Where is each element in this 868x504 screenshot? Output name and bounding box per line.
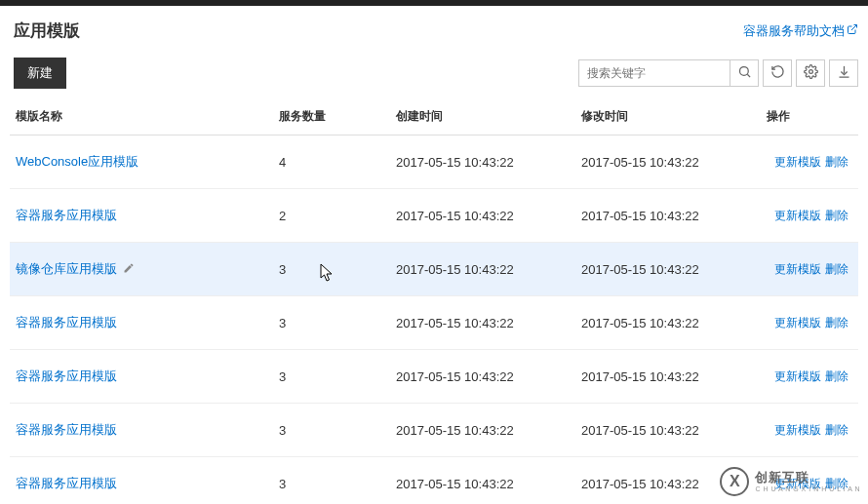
page-title: 应用模版 (10, 19, 80, 42)
col-modified: 修改时间 (575, 98, 761, 136)
service-count: 4 (273, 136, 390, 189)
created-time: 2017-05-15 10:43:22 (390, 404, 575, 457)
svg-point-3 (809, 70, 812, 74)
service-count: 2 (273, 189, 390, 243)
refresh-button[interactable] (763, 59, 792, 87)
page-header: 应用模版 容器服务帮助文档 (10, 6, 858, 54)
delete-link[interactable]: 删除 (825, 369, 848, 383)
watermark-en: C H U A N G X I N H U L I A N (755, 485, 860, 493)
update-link[interactable]: 更新模版 (774, 423, 821, 437)
search-icon (737, 64, 752, 82)
help-link[interactable]: 容器服务帮助文档 (743, 22, 858, 40)
modified-time: 2017-05-15 10:43:22 (575, 350, 761, 404)
created-time: 2017-05-15 10:43:22 (390, 296, 575, 350)
template-name-link[interactable]: 容器服务应用模版 (16, 421, 117, 439)
watermark: X 创新互联 C H U A N G X I N H U L I A N (720, 467, 860, 496)
template-name-link[interactable]: 容器服务应用模版 (16, 207, 117, 224)
update-link[interactable]: 更新模版 (774, 369, 821, 383)
table-row: 容器服务应用模版32017-05-15 10:43:222017-05-15 1… (10, 350, 858, 404)
template-name-link[interactable]: 镜像仓库应用模版 (16, 260, 117, 278)
modified-time: 2017-05-15 10:43:22 (575, 189, 761, 243)
svg-line-2 (747, 74, 750, 77)
toolbar: 新建 (10, 54, 858, 98)
update-link[interactable]: 更新模版 (774, 316, 821, 330)
created-time: 2017-05-15 10:43:22 (390, 350, 575, 404)
watermark-logo-icon: X (720, 467, 749, 496)
search-button[interactable] (730, 59, 759, 87)
svg-point-1 (739, 67, 748, 76)
created-time: 2017-05-15 10:43:22 (390, 136, 575, 189)
created-time: 2017-05-15 10:43:22 (390, 457, 575, 505)
update-link[interactable]: 更新模版 (774, 155, 821, 169)
download-icon (837, 64, 851, 82)
gear-icon (804, 64, 818, 82)
template-name-link[interactable]: 容器服务应用模版 (16, 368, 117, 385)
modified-time: 2017-05-15 10:43:22 (575, 243, 761, 296)
col-svc: 服务数量 (273, 98, 390, 136)
svg-line-0 (851, 25, 857, 31)
col-actions: 操作 (761, 98, 858, 136)
service-count: 3 (273, 243, 390, 296)
watermark-cn: 创新互联 (755, 470, 860, 485)
template-name-link[interactable]: 容器服务应用模版 (16, 314, 117, 331)
table-row: 镜像仓库应用模版32017-05-15 10:43:222017-05-15 1… (10, 243, 858, 296)
delete-link[interactable]: 删除 (825, 262, 848, 276)
delete-link[interactable]: 删除 (825, 423, 848, 437)
col-created: 创建时间 (390, 98, 575, 136)
delete-link[interactable]: 删除 (825, 316, 848, 330)
new-button[interactable]: 新建 (14, 58, 66, 89)
modified-time: 2017-05-15 10:43:22 (575, 296, 761, 350)
table-row: 容器服务应用模版22017-05-15 10:43:222017-05-15 1… (10, 189, 858, 243)
update-link[interactable]: 更新模版 (774, 262, 821, 276)
delete-link[interactable]: 删除 (825, 209, 848, 222)
table-row: 容器服务应用模版32017-05-15 10:43:222017-05-15 1… (10, 404, 858, 457)
service-count: 3 (273, 296, 390, 350)
modified-time: 2017-05-15 10:43:22 (575, 136, 761, 189)
refresh-icon (770, 64, 785, 82)
settings-button[interactable] (796, 59, 825, 87)
created-time: 2017-05-15 10:43:22 (390, 243, 575, 296)
service-count: 3 (273, 350, 390, 404)
download-button[interactable] (829, 59, 858, 87)
service-count: 3 (273, 404, 390, 457)
help-link-label: 容器服务帮助文档 (743, 22, 845, 40)
update-link[interactable]: 更新模版 (774, 209, 821, 222)
search-input[interactable] (578, 59, 730, 87)
templates-table: 模版名称 服务数量 创建时间 修改时间 操作 WebConsole应用模版420… (10, 98, 858, 504)
edit-icon[interactable] (123, 262, 135, 277)
template-name-link[interactable]: WebConsole应用模版 (16, 153, 138, 171)
delete-link[interactable]: 删除 (825, 155, 848, 169)
service-count: 3 (273, 457, 390, 505)
col-name: 模版名称 (10, 98, 273, 136)
modified-time: 2017-05-15 10:43:22 (575, 404, 761, 457)
table-row: WebConsole应用模版42017-05-15 10:43:222017-0… (10, 136, 858, 189)
table-row: 容器服务应用模版32017-05-15 10:43:222017-05-15 1… (10, 296, 858, 350)
created-time: 2017-05-15 10:43:22 (390, 189, 575, 243)
external-link-icon (847, 23, 858, 38)
template-name-link[interactable]: 容器服务应用模版 (16, 475, 117, 492)
